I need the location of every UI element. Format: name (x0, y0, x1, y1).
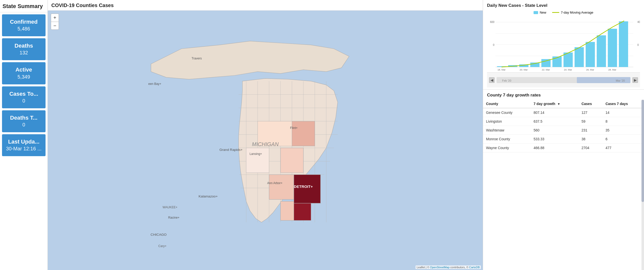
svg-text:Flint+: Flint+ (290, 126, 298, 130)
svg-rect-60 (608, 29, 617, 67)
sidebar-title: State Summary (0, 0, 48, 12)
chart-legend: New 7-day Moving Average (487, 11, 640, 14)
col-cases7[interactable]: Cases 7 days (602, 100, 644, 108)
svg-text:Kalamazoo+: Kalamazoo+ (198, 194, 218, 198)
svg-text:Racine+: Racine+ (168, 216, 180, 219)
legend-new-color (534, 11, 538, 14)
zoom-out-button[interactable]: − (51, 22, 59, 30)
cell-cases7: 477 (602, 144, 644, 152)
col-county[interactable]: County (483, 100, 531, 108)
svg-text:22. Mar: 22. Mar (542, 68, 550, 71)
openstreetmap-link[interactable]: OpenStreetMap (430, 266, 450, 269)
col-growth[interactable]: 7 day growth ▼ (531, 100, 578, 108)
attribution-text: Leaflet | © (417, 266, 430, 269)
zoom-in-button[interactable]: + (51, 14, 59, 22)
legend-new-label: New (540, 11, 546, 14)
cell-cases: 2704 (578, 144, 602, 152)
svg-rect-19 (292, 121, 315, 146)
stat-card-3: Cases To...0 (2, 86, 46, 108)
stat-label-5: Last Upda... (5, 139, 43, 145)
map-controls: + − (51, 14, 59, 30)
scroll-left-button[interactable]: ◀ (489, 77, 495, 83)
map-title: COVID-19 Counties Cases (48, 0, 483, 11)
svg-rect-57 (575, 47, 584, 67)
svg-text:een Bay+: een Bay+ (148, 82, 161, 86)
cell-growth: 466.88 (531, 144, 578, 152)
stat-value-0: 5,486 (5, 26, 43, 32)
cell-growth: 560 (531, 126, 578, 135)
stat-label-3: Cases To... (5, 91, 43, 97)
table-header: County 7 day growth ▼ Cases Cases 7 days (483, 100, 644, 108)
stat-value-2: 5,349 (5, 74, 43, 80)
right-panel: Daily New Cases - State Level New 7-day … (483, 0, 644, 270)
svg-text:20. Mar: 20. Mar (520, 68, 528, 71)
svg-text:Cary+: Cary+ (158, 244, 167, 248)
cell-county: Genesee County (483, 108, 531, 117)
svg-text:DETROIT+: DETROIT+ (294, 184, 313, 189)
cell-cases: 127 (578, 108, 602, 117)
cartodb-link[interactable]: CartoDB (469, 266, 480, 269)
table-row: Genesee County 807.14 127 14 (483, 108, 644, 117)
map-container: + − (48, 11, 483, 270)
stat-card-4: Deaths T...0 (2, 110, 46, 132)
chart-title: Daily New Cases - State Level (487, 3, 640, 8)
cell-growth: 807.14 (531, 108, 578, 117)
col-cases[interactable]: Cases (578, 100, 602, 108)
cell-cases: 59 (578, 117, 602, 126)
scroll-label-mar: Mar '20 (616, 79, 625, 82)
sidebar: State Summary Confirmed5,486Deaths132Act… (0, 0, 48, 270)
svg-rect-23 (294, 175, 320, 203)
cell-county: Livingston (483, 117, 531, 126)
table-scrollbar-thumb (641, 100, 644, 202)
legend-new: New (534, 11, 546, 14)
svg-text:24. Mar: 24. Mar (564, 68, 572, 71)
svg-text:CHICAGO: CHICAGO (151, 233, 167, 237)
svg-rect-20 (280, 148, 303, 173)
table-row: Washtenaw 560 231 35 (483, 126, 644, 135)
stat-value-5: 30-Mar 12:16 ... (5, 146, 43, 152)
svg-text:0: 0 (493, 44, 495, 46)
svg-text:Lansing+: Lansing+ (250, 152, 262, 156)
cell-growth: 637.5 (531, 117, 578, 126)
cell-cases: 38 (578, 135, 602, 144)
scroll-label-feb: Feb '20 (502, 79, 511, 82)
table-section: County 7 day growth rates County 7 day g… (483, 90, 644, 270)
stat-value-1: 132 (5, 50, 43, 56)
svg-text:Ann Arbor+: Ann Arbor+ (267, 181, 283, 185)
svg-rect-21 (269, 175, 294, 199)
cell-county: Washtenaw (483, 126, 531, 135)
table-wrap[interactable]: County 7 day growth ▼ Cases Cases 7 days… (483, 100, 644, 270)
map-area: COVID-19 Counties Cases + − (48, 0, 483, 270)
legend-avg-label: 7-day Moving Average (561, 11, 593, 14)
cell-cases: 231 (578, 126, 602, 135)
scroll-right-button[interactable]: ▶ (632, 77, 638, 83)
svg-text:28. Mar: 28. Mar (608, 68, 616, 71)
map-svg: DETROIT+ Ann Arbor+ Flint+ Lansing+ Gran… (48, 11, 483, 270)
cell-growth: 533.33 (531, 135, 578, 144)
svg-text:18. Mar: 18. Mar (498, 68, 506, 71)
svg-text:Grand Rapids+: Grand Rapids+ (219, 148, 243, 152)
svg-rect-61 (619, 21, 628, 67)
svg-rect-24 (294, 203, 311, 220)
svg-rect-59 (597, 35, 606, 67)
stat-label-1: Deaths (5, 43, 43, 49)
cell-cases7: 8 (602, 117, 644, 126)
svg-text:26. Mar: 26. Mar (586, 68, 594, 71)
svg-text:Travers: Travers (192, 57, 202, 60)
svg-rect-53 (530, 62, 540, 67)
stat-value-3: 0 (5, 98, 43, 104)
legend-avg: 7-day Moving Average (552, 11, 593, 14)
svg-rect-25 (246, 148, 269, 173)
stat-card-5: Last Upda...30-Mar 12:16 ... (2, 134, 46, 156)
svg-text:WAUKEE+: WAUKEE+ (163, 206, 177, 209)
scroll-labels: Feb '20 Mar '20 (495, 79, 632, 82)
cell-county: Wayne County (483, 144, 531, 152)
table-title: County 7 day growth rates (483, 90, 644, 100)
svg-text:MICHIGAN: MICHIGAN (252, 141, 279, 147)
table-scrollbar[interactable] (641, 100, 644, 270)
stat-value-4: 0 (5, 122, 43, 128)
chart-section: Daily New Cases - State Level New 7-day … (483, 0, 644, 90)
table-body: Genesee County 807.14 127 14 Livingston … (483, 108, 644, 152)
svg-text:600: 600 (490, 21, 495, 23)
table-row: Livingston 637.5 59 8 (483, 117, 644, 126)
